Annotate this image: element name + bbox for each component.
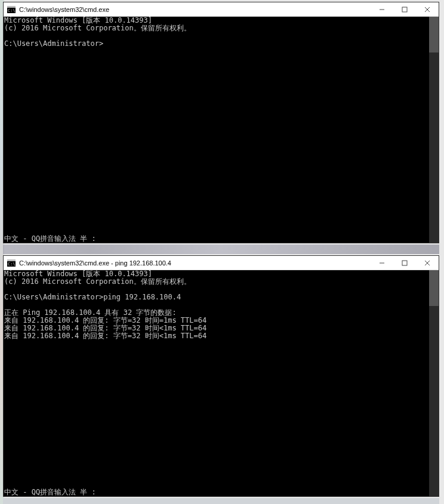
maximize-button[interactable] — [393, 256, 416, 270]
minimize-button[interactable] — [371, 2, 393, 16]
background-strip-bottom — [3, 498, 439, 504]
scroll-thumb[interactable] — [429, 270, 439, 306]
scrollbar[interactable] — [429, 270, 439, 496]
svg-rect-11 — [402, 261, 407, 265]
terminal-output: Microsoft Windows [版本 10.0.14393] (c) 20… — [4, 270, 206, 340]
close-button[interactable] — [416, 256, 439, 270]
svg-text:C:\: C:\ — [8, 8, 16, 13]
maximize-button[interactable] — [393, 2, 416, 16]
cmd-window-2: C:\ C:\windows\system32\cmd.exe - ping 1… — [3, 255, 439, 497]
scroll-thumb[interactable] — [429, 17, 439, 52]
terminal-output: Microsoft Windows [版本 10.0.14393] (c) 20… — [4, 17, 191, 48]
svg-text:C:\: C:\ — [8, 262, 16, 267]
window-title: C:\windows\system32\cmd.exe - ping 192.1… — [19, 259, 371, 267]
ime-status: 中文 - QQ拼音输入法 半 : — [4, 235, 96, 243]
terminal-area[interactable]: Microsoft Windows [版本 10.0.14393] (c) 20… — [4, 17, 439, 243]
svg-rect-8 — [7, 259, 16, 261]
ime-status: 中文 - QQ拼音输入法 半 : — [4, 488, 96, 496]
svg-rect-1 — [7, 6, 16, 8]
scrollbar[interactable] — [429, 17, 439, 243]
svg-rect-4 — [402, 7, 407, 12]
background-strip — [3, 245, 439, 254]
titlebar[interactable]: C:\ C:\windows\system32\cmd.exe — [4, 2, 439, 17]
terminal-area[interactable]: Microsoft Windows [版本 10.0.14393] (c) 20… — [4, 270, 439, 496]
cmd-window-1: C:\ C:\windows\system32\cmd.exe Microsof… — [3, 2, 439, 243]
close-button[interactable] — [416, 2, 439, 16]
cmd-icon: C:\ — [6, 258, 17, 268]
window-title: C:\windows\system32\cmd.exe — [19, 6, 371, 13]
minimize-button[interactable] — [371, 256, 393, 270]
titlebar[interactable]: C:\ C:\windows\system32\cmd.exe - ping 1… — [4, 256, 439, 270]
cmd-icon: C:\ — [6, 4, 17, 15]
window-buttons — [371, 256, 439, 270]
window-buttons — [371, 2, 439, 16]
